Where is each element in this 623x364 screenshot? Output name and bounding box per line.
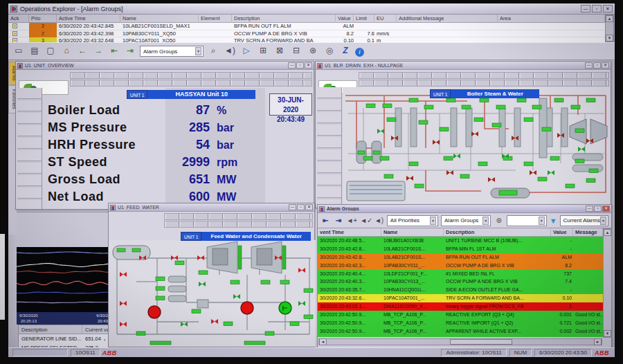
- nav-buttons-column[interactable]: [17, 88, 42, 209]
- back-icon[interactable]: ←: [76, 45, 89, 57]
- display-selector[interactable]: Alarm Groups ▾: [140, 46, 204, 57]
- feedwater-diagram[interactable]: [109, 240, 316, 347]
- alarm-summary-row[interactable]: 2 6/30/2020 20:43:42.845 10LAB21CF001SEL…: [8, 23, 605, 30]
- close-icon[interactable]: ✕: [305, 62, 312, 69]
- display-shortcut-buttons-row2[interactable]: [164, 221, 313, 228]
- minimize-icon[interactable]: —: [288, 62, 296, 69]
- alarm-row[interactable]: 30/2020 20:43:40.4... 10LDF21CF001_F... …: [318, 270, 603, 278]
- minimize-icon[interactable]: —: [585, 62, 593, 69]
- minimize-icon[interactable]: —: [289, 204, 296, 210]
- alarm-tag-name: MB_TCP_A106_P...: [381, 319, 444, 327]
- alarm-row[interactable]: 30/2020 20:43:32.6... 10PAC10AT001_... T…: [318, 294, 603, 302]
- display-shortcut-buttons-row2[interactable]: [359, 80, 609, 87]
- feedwater-title-bar[interactable]: U1_FEED_WATER — ▫ ✕: [109, 203, 314, 212]
- scroll-up-icon[interactable]: ▲: [604, 229, 611, 236]
- ack-icon[interactable]: [12, 31, 17, 36]
- ack-icon[interactable]: [12, 24, 17, 28]
- alarm-groups-hscrollbar[interactable]: ◄ ►: [318, 338, 602, 345]
- search-icon[interactable]: ⌕: [207, 45, 219, 57]
- database-icon[interactable]: ⊟: [290, 45, 303, 57]
- alarm-row[interactable]: 30/2020 20:43:40.3... 10PAB30CY013_... O…: [318, 277, 603, 286]
- info-icon[interactable]: i: [355, 48, 364, 57]
- close-icon[interactable]: ✕: [603, 5, 613, 12]
- alarm-row[interactable]: 30/2020 20:43:42.8... 10LAB21CF001S... B…: [318, 245, 603, 253]
- minimize-icon[interactable]: —: [586, 206, 593, 212]
- print-icon[interactable]: ▤: [28, 45, 41, 57]
- transfer-icon[interactable]: ⊠: [273, 45, 286, 57]
- trend-table-row[interactable]: GENERATOR LINE SID... 651.04: [19, 334, 116, 343]
- alarm-groups-vscrollbar[interactable]: ▲ ▼: [603, 228, 612, 338]
- maximize-icon[interactable]: ▫: [594, 206, 602, 212]
- display-shortcut-buttons-row1[interactable]: [164, 213, 313, 220]
- horn-silence-icon[interactable]: ◄✓: [360, 215, 371, 226]
- alarm-groups-title-bar[interactable]: Alarm Groups — ▫ ✕: [318, 205, 611, 213]
- announce-icon[interactable]: ◄): [374, 215, 384, 226]
- first-page-icon[interactable]: ⇤: [320, 215, 331, 226]
- metric-unit: rpm: [210, 156, 255, 169]
- alarm-row[interactable]: 30/2020 20:42:50.9... MB_TCP_A106_P... A…: [318, 336, 603, 337]
- alarm-row[interactable]: 30/2020 20:42:50.9... MB_TCP_A106_P... R…: [318, 319, 603, 327]
- clock-icon[interactable]: ◎: [323, 45, 336, 57]
- alarm-row[interactable]: 30/2020 20:42:50.9... MB_TCP_A106_P... A…: [318, 327, 603, 336]
- scroll-down-icon[interactable]: ▼: [604, 330, 611, 337]
- maximize-icon[interactable]: ▫: [297, 204, 305, 210]
- display-shortcut-buttons-row1[interactable]: [70, 72, 312, 79]
- maximize-icon[interactable]: ▫: [592, 5, 602, 12]
- maximize-icon[interactable]: ▫: [593, 62, 601, 69]
- settings-icon[interactable]: ⊛: [494, 215, 504, 226]
- chevron-down-icon[interactable]: ▾: [600, 217, 606, 225]
- nav-buttons-column[interactable]: [317, 87, 342, 207]
- archive-icon[interactable]: ⊛: [307, 45, 319, 57]
- acknowledge-page-icon[interactable]: ▷: [240, 45, 253, 57]
- alarm-row[interactable]: 30/2020 20:43:48.5... 10BJB01A01XB38 UNI…: [318, 237, 603, 245]
- chevron-down-icon[interactable]: ▾: [482, 217, 489, 225]
- trend-chart[interactable]: [17, 247, 112, 312]
- scroll-right-icon[interactable]: ►: [594, 338, 602, 345]
- new-page-icon[interactable]: ▢: [44, 45, 57, 57]
- last-display-icon[interactable]: ⇥: [124, 45, 136, 57]
- alarm-band-scrollbar[interactable]: ▲ ▼: [605, 15, 614, 42]
- search-filter[interactable]: ▾: [507, 215, 547, 226]
- alarm-row[interactable]: 30/2020 20:42:50.9... MB_TCP_A106_P... R…: [318, 311, 603, 319]
- first-display-icon[interactable]: ⇤: [108, 45, 120, 57]
- chevron-down-icon[interactable]: ▾: [539, 217, 545, 225]
- status-user: Administrator: 10OS11: [441, 349, 506, 356]
- maximize-icon[interactable]: ▫: [296, 62, 304, 69]
- chevron-down-icon[interactable]: ▾: [195, 47, 201, 55]
- filter-funnel-icon[interactable]: ▼: [550, 217, 557, 225]
- close-icon[interactable]: ✕: [602, 62, 609, 69]
- alarm-row[interactable]: 30/2020 20:43:35.7... 10HNA11CQ001L... S…: [318, 286, 603, 294]
- alarm-row[interactable]: 30/2020 20:43:42.3... 10PAB30CY011_... O…: [318, 262, 603, 270]
- close-icon[interactable]: ✕: [305, 204, 313, 210]
- alarm-row[interactable]: 30/2020 20:43:02.1... DMA11SC0050_X... b…: [318, 302, 603, 311]
- horn-ack-icon[interactable]: ◄+: [346, 215, 357, 226]
- unit-overview-title-bar[interactable]: U1_UNIT_OVERVIEW — ▫ ✕: [16, 62, 314, 70]
- metric-value: 54: [149, 138, 210, 152]
- last-page-icon[interactable]: ⇥: [334, 215, 344, 226]
- alarm-value: 737: [551, 270, 573, 278]
- boiler-title-bar[interactable]: U1_BLR_DRAIN_EXH - NULLPAGE — ▫ ✕: [316, 62, 611, 70]
- main-title-bar[interactable]: Operations Explorer - [Alarm Groups] — ▫…: [8, 3, 615, 15]
- network-icon[interactable]: ⊞: [257, 45, 269, 57]
- display-icon[interactable]: ▭: [12, 45, 25, 57]
- alarm-summary-row[interactable]: 2 6/30/2020 20:43:42.398 10PAB30CY011_XQ…: [8, 30, 605, 38]
- minimize-icon[interactable]: —: [581, 5, 590, 12]
- scroll-down-icon[interactable]: ▼: [606, 35, 613, 42]
- group-filter[interactable]: Alarm Groups ▾: [441, 215, 491, 226]
- scrollbar-thumb[interactable]: [450, 339, 512, 345]
- scroll-right-icon[interactable]: ›: [104, 338, 105, 343]
- boiler-steam-water-diagram[interactable]: [343, 87, 610, 207]
- home-icon[interactable]: ⌂: [60, 45, 73, 57]
- display-shortcut-buttons-row2[interactable]: [70, 80, 312, 87]
- alarm-row[interactable]: 30/2020 20:43:42.8... 10LAB21CF001S... B…: [318, 253, 603, 262]
- z-order-icon[interactable]: Z: [339, 45, 352, 57]
- close-icon[interactable]: ✕: [602, 206, 610, 212]
- chevron-down-icon[interactable]: ▾: [430, 217, 436, 225]
- display-shortcut-buttons-row1[interactable]: [359, 72, 609, 79]
- alarm-horn-icon[interactable]: ◄): [224, 45, 236, 57]
- forward-icon[interactable]: →: [92, 45, 105, 57]
- scroll-left-icon[interactable]: ◄: [319, 338, 327, 345]
- view-selector[interactable]: Current Alarms ▾: [560, 215, 608, 226]
- priority-filter[interactable]: All Priorities ▾: [387, 215, 438, 226]
- scroll-up-icon[interactable]: ▲: [606, 15, 613, 22]
